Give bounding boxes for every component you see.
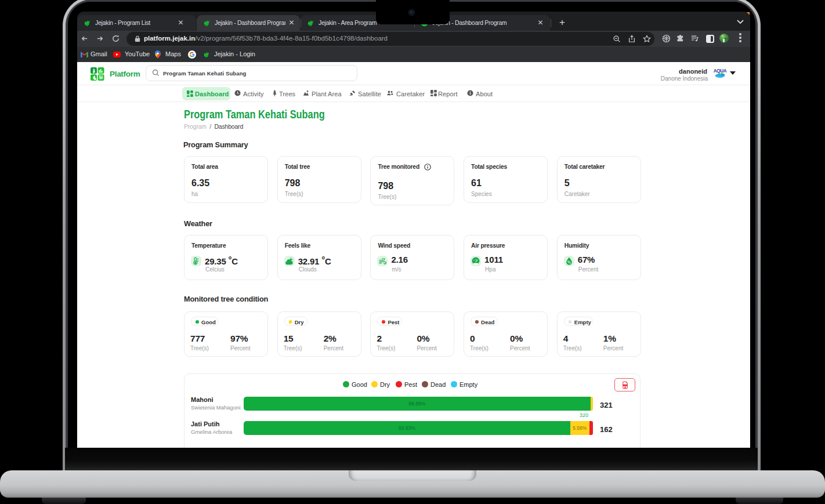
- svg-text:AQUA: AQUA: [714, 68, 727, 74]
